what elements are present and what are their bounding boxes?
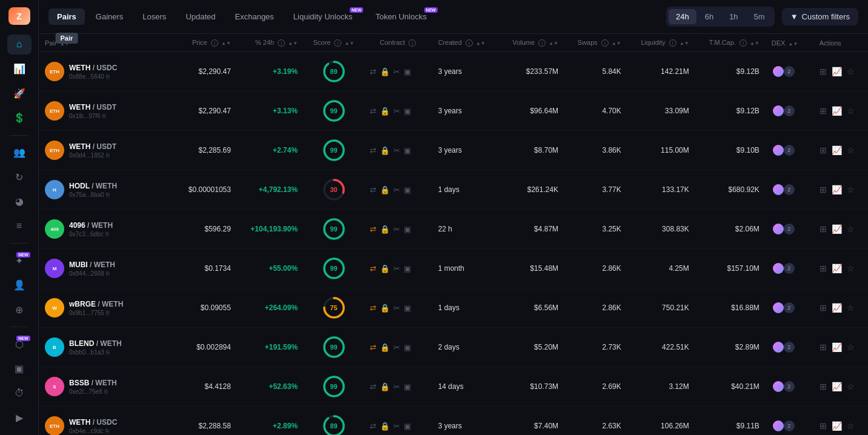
contract-swap-icon-5[interactable]: ⇄: [370, 264, 376, 273]
contract-lock-icon-2[interactable]: 🔒: [380, 146, 390, 155]
col-header-24h[interactable]: % 24h i ▲▼: [237, 34, 304, 52]
contract-scissors-icon-9[interactable]: ✂: [393, 422, 400, 431]
contract-swap-icon-7[interactable]: ⇄: [370, 343, 376, 352]
tab-losers[interactable]: Losers: [134, 8, 175, 25]
sidebar-item-layers[interactable]: ≡: [7, 216, 32, 236]
star-btn-7[interactable]: ☆: [847, 342, 855, 352]
contract-swap-icon-3[interactable]: ⇄: [370, 185, 376, 194]
binoculars-btn-2[interactable]: ⊞: [820, 145, 827, 155]
star-btn-0[interactable]: ☆: [847, 67, 855, 76]
sidebar-item-refresh[interactable]: ↻: [7, 167, 32, 187]
contract-lock-icon-7[interactable]: 🔒: [380, 343, 390, 352]
tab-liquidity[interactable]: Liquidity Unlocks NEW: [285, 8, 365, 25]
copy-address-9[interactable]: ⎘: [105, 428, 109, 434]
col-header-swaps[interactable]: Swaps i ▲▼: [564, 34, 627, 52]
sidebar-item-users[interactable]: 👥: [7, 143, 32, 162]
contract-scissors-icon-0[interactable]: ✂: [393, 67, 400, 76]
contract-doc-icon-4[interactable]: ▣: [404, 225, 411, 234]
copy-address-6[interactable]: ⎘: [106, 310, 110, 316]
contract-lock-icon-6[interactable]: 🔒: [380, 304, 390, 313]
chart-btn-7[interactable]: 📈: [832, 342, 842, 352]
time-btn-1h[interactable]: 1h: [722, 9, 745, 24]
copy-address-0[interactable]: ⎘: [106, 73, 110, 80]
col-header-dex[interactable]: DEX ▲▼: [766, 34, 813, 52]
custom-filters-button[interactable]: ▼ Custom filters: [782, 8, 858, 25]
contract-scissors-icon-3[interactable]: ✂: [393, 185, 400, 194]
mcap-info-icon[interactable]: i: [739, 39, 747, 47]
contract-lock-icon-0[interactable]: 🔒: [380, 67, 390, 76]
sidebar-item-chart[interactable]: 📊: [7, 59, 32, 79]
time-btn-24h[interactable]: 24h: [669, 9, 696, 24]
volume-info-icon[interactable]: i: [538, 39, 546, 47]
col-header-liquidity[interactable]: Liquidity i ▲▼: [627, 34, 695, 52]
chart-btn-1[interactable]: 📈: [832, 106, 842, 116]
contract-lock-icon-1[interactable]: 🔒: [380, 107, 390, 116]
copy-address-2[interactable]: ⎘: [106, 152, 110, 159]
contract-doc-icon-7[interactable]: ▣: [404, 343, 411, 352]
copy-address-3[interactable]: ⎘: [106, 191, 110, 198]
contract-scissors-icon-1[interactable]: ✂: [393, 107, 400, 116]
col-header-price[interactable]: Price i ▲▼: [169, 34, 237, 52]
contract-doc-icon-3[interactable]: ▣: [404, 185, 411, 194]
binoculars-btn-1[interactable]: ⊞: [820, 106, 827, 116]
contract-lock-icon-8[interactable]: 🔒: [380, 382, 390, 391]
contract-doc-icon-1[interactable]: ▣: [404, 107, 411, 116]
copy-address-8[interactable]: ⎘: [104, 388, 108, 395]
star-btn-6[interactable]: ☆: [847, 303, 855, 313]
tab-pairs[interactable]: Pairs Pair: [48, 8, 85, 25]
star-btn-2[interactable]: ☆: [847, 145, 855, 155]
contract-doc-icon-2[interactable]: ▣: [404, 146, 411, 155]
col-header-score[interactable]: Score i ▲▼: [304, 34, 364, 52]
contract-swap-icon-1[interactable]: ⇄: [370, 107, 376, 116]
time-btn-6h[interactable]: 6h: [698, 9, 721, 24]
contract-doc-icon-5[interactable]: ▣: [404, 264, 411, 273]
tab-gainers[interactable]: Gainers: [87, 8, 132, 25]
contract-doc-icon-6[interactable]: ▣: [404, 304, 411, 313]
col-header-contract[interactable]: Contract i: [364, 34, 432, 52]
chart-btn-2[interactable]: 📈: [832, 145, 842, 155]
binoculars-btn-3[interactable]: ⊞: [820, 185, 827, 194]
contract-scissors-icon-6[interactable]: ✂: [393, 304, 400, 313]
tab-updated[interactable]: Updated: [177, 8, 224, 25]
col-header-volume[interactable]: Volume i ▲▼: [499, 34, 564, 52]
sidebar-item-plus[interactable]: ⊕: [7, 300, 32, 319]
sidebar-item-new[interactable]: ✦ NEW: [7, 251, 32, 270]
col-header-mcap[interactable]: T.M.Cap. i ▲▼: [695, 34, 766, 52]
star-btn-8[interactable]: ☆: [847, 382, 855, 391]
tab-exchanges[interactable]: Exchanges: [227, 8, 282, 25]
copy-address-4[interactable]: ⎘: [105, 231, 109, 237]
time-btn-5m[interactable]: 5m: [747, 9, 772, 24]
sidebar-item-extra[interactable]: ⬡ NEW: [7, 334, 32, 354]
chart-btn-4[interactable]: 📈: [832, 224, 842, 234]
tab-token[interactable]: Token Unlocks NEW: [367, 8, 439, 25]
sidebar-item-dollar[interactable]: 💲: [7, 108, 32, 127]
col-header-created[interactable]: Created i ▲▼: [432, 34, 499, 52]
contract-doc-icon-8[interactable]: ▣: [404, 382, 411, 391]
contract-swap-icon-4[interactable]: ⇄: [370, 225, 376, 234]
contract-scissors-icon-8[interactable]: ✂: [393, 382, 400, 391]
binoculars-btn-4[interactable]: ⊞: [820, 224, 827, 234]
score-info-icon[interactable]: i: [334, 39, 341, 47]
contract-scissors-icon-4[interactable]: ✂: [393, 225, 400, 234]
star-btn-1[interactable]: ☆: [847, 106, 855, 116]
binoculars-btn-5[interactable]: ⊞: [820, 264, 827, 273]
contract-lock-icon-3[interactable]: 🔒: [380, 185, 390, 194]
contract-swap-icon-9[interactable]: ⇄: [370, 422, 376, 431]
contract-lock-icon-5[interactable]: 🔒: [380, 264, 390, 273]
binoculars-btn-8[interactable]: ⊞: [820, 382, 827, 391]
contract-lock-icon-9[interactable]: 🔒: [380, 422, 390, 431]
copy-address-5[interactable]: ⎘: [106, 270, 110, 277]
24h-info-icon[interactable]: i: [278, 39, 285, 47]
chart-btn-8[interactable]: 📈: [832, 382, 842, 391]
sidebar-item-clock[interactable]: ⏱: [7, 384, 32, 403]
sidebar-item-home[interactable]: ⌂: [7, 35, 32, 54]
binoculars-btn-0[interactable]: ⊞: [820, 67, 827, 76]
created-info-icon[interactable]: i: [466, 39, 473, 47]
sidebar-item-rocket[interactable]: 🚀: [7, 84, 32, 103]
contract-swap-icon-0[interactable]: ⇄: [370, 67, 376, 76]
star-btn-5[interactable]: ☆: [847, 264, 855, 273]
liquidity-info-icon[interactable]: i: [669, 39, 676, 47]
contract-lock-icon-4[interactable]: 🔒: [380, 225, 390, 234]
contract-swap-icon-8[interactable]: ⇄: [370, 382, 376, 391]
sidebar-item-video[interactable]: ▶: [7, 408, 32, 428]
